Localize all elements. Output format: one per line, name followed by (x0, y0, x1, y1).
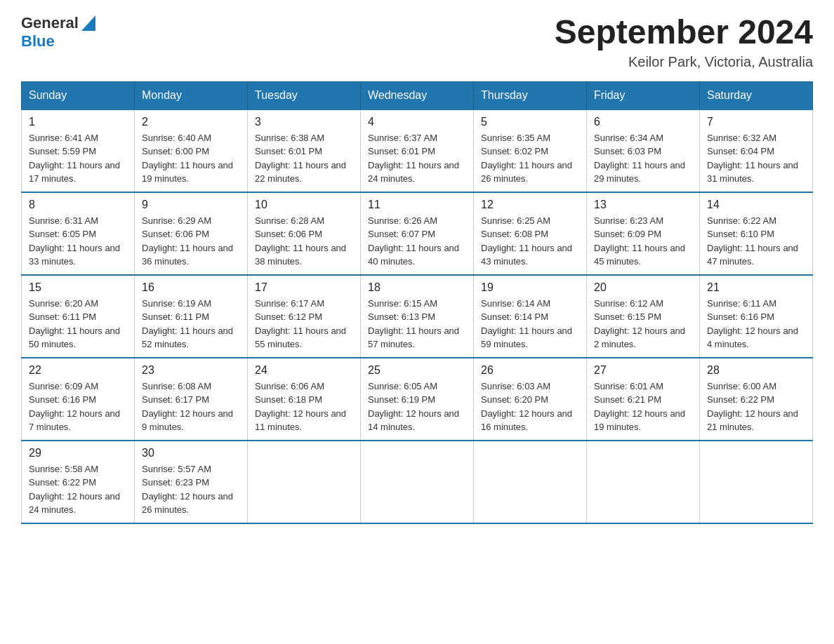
day-number: 26 (481, 364, 579, 377)
day-number: 12 (481, 199, 579, 211)
table-row: 2 Sunrise: 6:40 AMSunset: 6:00 PMDayligh… (135, 109, 248, 192)
day-number: 21 (707, 281, 805, 294)
calendar-week-row: 8 Sunrise: 6:31 AMSunset: 6:05 PMDayligh… (22, 192, 813, 275)
day-info: Sunrise: 5:58 AMSunset: 6:22 PMDaylight:… (29, 464, 120, 516)
day-info: Sunrise: 6:19 AMSunset: 6:11 PMDaylight:… (142, 298, 233, 350)
table-row: 29 Sunrise: 5:58 AMSunset: 6:22 PMDaylig… (22, 441, 135, 523)
day-number: 24 (255, 364, 353, 377)
day-number: 25 (368, 364, 466, 377)
calendar: Sunday Monday Tuesday Wednesday Thursday… (21, 81, 813, 524)
day-info: Sunrise: 6:22 AMSunset: 6:10 PMDaylight:… (707, 215, 798, 267)
day-number: 2 (142, 116, 240, 128)
table-row: 11 Sunrise: 6:26 AMSunset: 6:07 PMDaylig… (361, 192, 474, 275)
header-saturday: Saturday (700, 81, 813, 109)
day-number: 18 (368, 281, 466, 294)
table-row: 4 Sunrise: 6:37 AMSunset: 6:01 PMDayligh… (361, 109, 474, 192)
table-row: 28 Sunrise: 6:00 AMSunset: 6:22 PMDaylig… (700, 358, 813, 441)
day-info: Sunrise: 6:29 AMSunset: 6:06 PMDaylight:… (142, 215, 233, 267)
day-number: 17 (255, 281, 353, 294)
day-number: 9 (142, 199, 240, 211)
header-monday: Monday (135, 81, 248, 109)
header-tuesday: Tuesday (248, 81, 361, 109)
day-info: Sunrise: 6:05 AMSunset: 6:19 PMDaylight:… (368, 381, 459, 433)
table-row: 12 Sunrise: 6:25 AMSunset: 6:08 PMDaylig… (474, 192, 587, 275)
table-row: 20 Sunrise: 6:12 AMSunset: 6:15 PMDaylig… (587, 275, 700, 358)
logo-text-blue: Blue (21, 32, 55, 50)
day-info: Sunrise: 6:40 AMSunset: 6:00 PMDaylight:… (142, 133, 233, 185)
day-info: Sunrise: 6:26 AMSunset: 6:07 PMDaylight:… (368, 215, 459, 267)
day-info: Sunrise: 6:20 AMSunset: 6:11 PMDaylight:… (29, 298, 120, 350)
table-row: 22 Sunrise: 6:09 AMSunset: 6:16 PMDaylig… (22, 358, 135, 441)
table-row: 27 Sunrise: 6:01 AMSunset: 6:21 PMDaylig… (587, 358, 700, 441)
day-number: 15 (29, 281, 127, 294)
day-number: 11 (368, 199, 466, 211)
day-info: Sunrise: 6:17 AMSunset: 6:12 PMDaylight:… (255, 298, 346, 350)
calendar-week-row: 29 Sunrise: 5:58 AMSunset: 6:22 PMDaylig… (22, 441, 813, 523)
day-info: Sunrise: 6:06 AMSunset: 6:18 PMDaylight:… (255, 381, 346, 433)
table-row: 24 Sunrise: 6:06 AMSunset: 6:18 PMDaylig… (248, 358, 361, 441)
table-row: 26 Sunrise: 6:03 AMSunset: 6:20 PMDaylig… (474, 358, 587, 441)
table-row: 23 Sunrise: 6:08 AMSunset: 6:17 PMDaylig… (135, 358, 248, 441)
table-row: 6 Sunrise: 6:34 AMSunset: 6:03 PMDayligh… (587, 109, 700, 192)
table-row: 8 Sunrise: 6:31 AMSunset: 6:05 PMDayligh… (22, 192, 135, 275)
table-row: 17 Sunrise: 6:17 AMSunset: 6:12 PMDaylig… (248, 275, 361, 358)
header-friday: Friday (587, 81, 700, 109)
day-number: 3 (255, 116, 353, 128)
logo-text-general: General (21, 14, 79, 32)
day-number: 5 (481, 116, 579, 128)
title-area: September 2024 Keilor Park, Victoria, Au… (555, 14, 813, 70)
day-info: Sunrise: 6:32 AMSunset: 6:04 PMDaylight:… (707, 133, 798, 185)
day-info: Sunrise: 6:03 AMSunset: 6:20 PMDaylight:… (481, 381, 572, 433)
day-info: Sunrise: 5:57 AMSunset: 6:23 PMDaylight:… (142, 464, 233, 516)
logo: General Blue (21, 14, 95, 51)
day-number: 19 (481, 281, 579, 294)
header-sunday: Sunday (22, 81, 135, 109)
day-info: Sunrise: 6:41 AMSunset: 5:59 PMDaylight:… (29, 133, 120, 185)
calendar-week-row: 15 Sunrise: 6:20 AMSunset: 6:11 PMDaylig… (22, 275, 813, 358)
day-info: Sunrise: 6:35 AMSunset: 6:02 PMDaylight:… (481, 133, 572, 185)
table-row: 21 Sunrise: 6:11 AMSunset: 6:16 PMDaylig… (700, 275, 813, 358)
header-thursday: Thursday (474, 81, 587, 109)
day-info: Sunrise: 6:15 AMSunset: 6:13 PMDaylight:… (368, 298, 459, 350)
header-wednesday: Wednesday (361, 81, 474, 109)
day-info: Sunrise: 6:01 AMSunset: 6:21 PMDaylight:… (594, 381, 685, 433)
day-info: Sunrise: 6:25 AMSunset: 6:08 PMDaylight:… (481, 215, 572, 267)
day-info: Sunrise: 6:00 AMSunset: 6:22 PMDaylight:… (707, 381, 798, 433)
day-info: Sunrise: 6:23 AMSunset: 6:09 PMDaylight:… (594, 215, 685, 267)
calendar-week-row: 22 Sunrise: 6:09 AMSunset: 6:16 PMDaylig… (22, 358, 813, 441)
day-info: Sunrise: 6:31 AMSunset: 6:05 PMDaylight:… (29, 215, 120, 267)
day-number: 7 (707, 116, 805, 128)
subtitle: Keilor Park, Victoria, Australia (555, 54, 813, 70)
calendar-header-row: Sunday Monday Tuesday Wednesday Thursday… (22, 81, 813, 109)
main-title: September 2024 (555, 14, 813, 51)
table-row: 16 Sunrise: 6:19 AMSunset: 6:11 PMDaylig… (135, 275, 248, 358)
day-number: 13 (594, 199, 692, 211)
day-info: Sunrise: 6:28 AMSunset: 6:06 PMDaylight:… (255, 215, 346, 267)
day-number: 16 (142, 281, 240, 294)
table-row: 15 Sunrise: 6:20 AMSunset: 6:11 PMDaylig… (22, 275, 135, 358)
table-row: 9 Sunrise: 6:29 AMSunset: 6:06 PMDayligh… (135, 192, 248, 275)
table-row: 7 Sunrise: 6:32 AMSunset: 6:04 PMDayligh… (700, 109, 813, 192)
day-info: Sunrise: 6:38 AMSunset: 6:01 PMDaylight:… (255, 133, 346, 185)
day-number: 1 (29, 116, 127, 128)
day-number: 28 (707, 364, 805, 377)
day-info: Sunrise: 6:34 AMSunset: 6:03 PMDaylight:… (594, 133, 685, 185)
day-number: 10 (255, 199, 353, 211)
table-row: 25 Sunrise: 6:05 AMSunset: 6:19 PMDaylig… (361, 358, 474, 441)
day-info: Sunrise: 6:14 AMSunset: 6:14 PMDaylight:… (481, 298, 572, 350)
day-info: Sunrise: 6:11 AMSunset: 6:16 PMDaylight:… (707, 298, 798, 350)
day-number: 22 (29, 364, 127, 377)
table-row (700, 441, 813, 523)
day-info: Sunrise: 6:12 AMSunset: 6:15 PMDaylight:… (594, 298, 685, 350)
logo-icon (81, 15, 95, 31)
calendar-week-row: 1 Sunrise: 6:41 AMSunset: 5:59 PMDayligh… (22, 109, 813, 192)
day-number: 27 (594, 364, 692, 377)
table-row: 19 Sunrise: 6:14 AMSunset: 6:14 PMDaylig… (474, 275, 587, 358)
day-number: 23 (142, 364, 240, 377)
table-row: 3 Sunrise: 6:38 AMSunset: 6:01 PMDayligh… (248, 109, 361, 192)
table-row: 5 Sunrise: 6:35 AMSunset: 6:02 PMDayligh… (474, 109, 587, 192)
table-row: 1 Sunrise: 6:41 AMSunset: 5:59 PMDayligh… (22, 109, 135, 192)
day-number: 6 (594, 116, 692, 128)
table-row: 30 Sunrise: 5:57 AMSunset: 6:23 PMDaylig… (135, 441, 248, 523)
day-info: Sunrise: 6:08 AMSunset: 6:17 PMDaylight:… (142, 381, 233, 433)
